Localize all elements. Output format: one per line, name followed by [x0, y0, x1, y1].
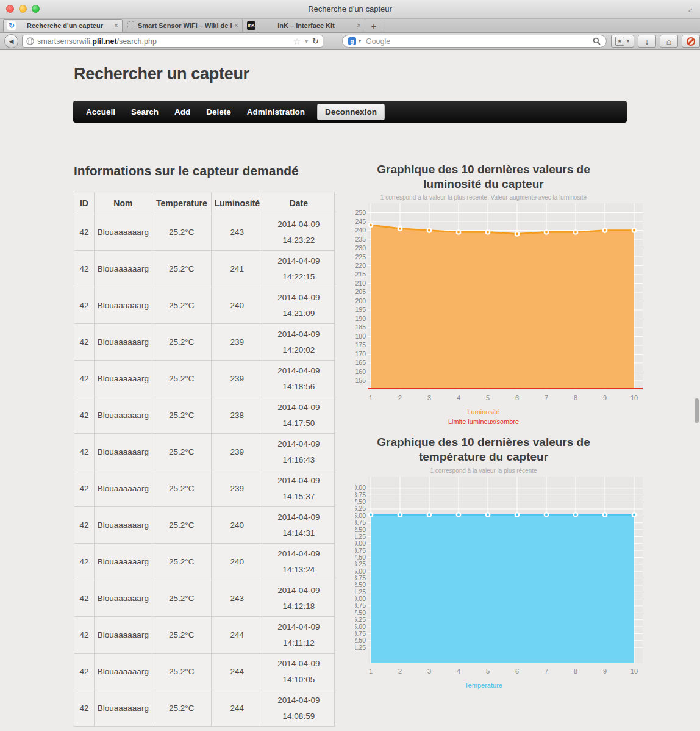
- svg-text:26.25: 26.25: [355, 505, 366, 512]
- navigation-toolbar: ◀ smartsensorwifi.plil.net/search.php ☆ …: [0, 33, 700, 50]
- svg-text:2: 2: [398, 394, 402, 402]
- svg-text:12.50: 12.50: [355, 581, 366, 588]
- bookmark-icon: ★: [615, 37, 624, 46]
- tab-wiki[interactable]: Smart Sensor WiFi – Wiki de Pro... ×: [123, 19, 243, 32]
- svg-text:23.75: 23.75: [355, 519, 366, 526]
- svg-text:250: 250: [355, 209, 366, 216]
- svg-text:170: 170: [355, 350, 366, 358]
- svg-text:165: 165: [355, 359, 366, 367]
- svg-text:8.75: 8.75: [355, 602, 366, 609]
- engine-dropdown-icon[interactable]: ▼: [357, 38, 362, 44]
- home-button[interactable]: ⌂: [660, 35, 678, 48]
- svg-text:28.75: 28.75: [355, 491, 366, 498]
- svg-text:6: 6: [515, 668, 519, 675]
- table-row: 42 Blouaaaaaarg 25.2°C 241 2014-04-0914:…: [74, 251, 335, 287]
- table-row: 42 Blouaaaaaarg 25.2°C 244 2014-04-0914:…: [74, 617, 335, 654]
- svg-text:9: 9: [603, 394, 607, 402]
- temperature-chart-subtitle: 1 correspond à la valeur la plus récente: [355, 467, 612, 474]
- svg-text:235: 235: [355, 236, 366, 243]
- nav-item-search[interactable]: Search: [123, 107, 166, 117]
- svg-text:5: 5: [486, 668, 490, 675]
- charts-section: Graphique des 10 dernières valeurs de lu…: [355, 162, 695, 690]
- svg-text:3.75: 3.75: [355, 629, 366, 636]
- svg-text:18.75: 18.75: [355, 546, 366, 553]
- bookmark-star-icon[interactable]: ☆: [293, 37, 301, 46]
- svg-text:21.25: 21.25: [355, 532, 366, 539]
- download-icon: ↓: [645, 37, 649, 46]
- url-dropdown-icon[interactable]: ▼: [304, 38, 309, 45]
- temperature-chart: 30.0028.7527.5026.2525.0023.7522.5021.25…: [355, 477, 695, 679]
- table-row: 42 Blouaaaaaarg 25.2°C 240 2014-04-0914:…: [74, 544, 335, 580]
- nav-item-add[interactable]: Add: [166, 107, 198, 117]
- svg-text:5: 5: [486, 394, 490, 402]
- luminosity-chart-title: Graphique des 10 dernières valeurs de lu…: [376, 162, 591, 192]
- nav-item-administration[interactable]: Administration: [239, 107, 313, 117]
- tab-close-icon[interactable]: ×: [234, 21, 238, 30]
- col-header-luminosite: Luminosité: [211, 192, 263, 214]
- tab-title: Recherche d'un capteur: [18, 22, 112, 29]
- svg-text:155: 155: [355, 377, 366, 384]
- main-navbar: Accueil Search Add Delete Administration…: [73, 101, 627, 123]
- google-engine-icon[interactable]: g: [348, 37, 356, 45]
- legend-luminosite: Luminosité: [355, 407, 612, 417]
- svg-text:9: 9: [603, 668, 607, 675]
- table-row: 42 Blouaaaaaarg 25.2°C 239 2014-04-0914:…: [74, 361, 335, 397]
- table-row: 42 Blouaaaaaarg 25.2°C 243 2014-04-0914:…: [74, 214, 335, 251]
- adblock-icon: [687, 37, 695, 46]
- window-title: Recherche d'un capteur: [0, 4, 700, 13]
- window-titlebar: Recherche d'un capteur ↔: [0, 0, 700, 19]
- tab-title: Smart Sensor WiFi – Wiki de Pro...: [138, 22, 232, 29]
- svg-text:6.25: 6.25: [355, 616, 366, 623]
- ink-favicon-icon: InK: [247, 21, 255, 30]
- url-path: /search.php: [117, 37, 157, 46]
- placeholder-favicon-icon: [127, 21, 135, 30]
- adblock-button[interactable]: [682, 35, 700, 48]
- tab-close-icon[interactable]: ×: [114, 21, 118, 30]
- svg-text:10: 10: [630, 394, 638, 402]
- bookmarks-menu-button[interactable]: ★ ▼: [611, 35, 634, 48]
- search-placeholder: Google: [366, 37, 390, 46]
- search-icon[interactable]: [593, 37, 601, 45]
- svg-text:1: 1: [369, 394, 373, 402]
- table-row: 42 Blouaaaaaarg 25.2°C 244 2014-04-0914:…: [74, 654, 335, 690]
- svg-text:160: 160: [355, 368, 366, 375]
- svg-text:6: 6: [515, 394, 519, 402]
- nav-item-delete[interactable]: Delete: [198, 107, 239, 117]
- new-tab-button[interactable]: +: [366, 20, 382, 32]
- luminosity-chart: 2502452402352302252202152102052001951901…: [355, 203, 695, 406]
- svg-text:10.00: 10.00: [355, 595, 366, 602]
- tab-recherche[interactable]: ↻ Recherche d'un capteur ×: [3, 19, 123, 32]
- url-text: smartsensorwifi.: [37, 37, 92, 46]
- back-button[interactable]: ◀: [4, 34, 18, 48]
- col-header-date: Date: [263, 192, 334, 214]
- svg-text:8: 8: [574, 394, 577, 402]
- legend-temperature: Temperature: [355, 680, 612, 690]
- nav-item-accueil[interactable]: Accueil: [78, 107, 123, 117]
- svg-text:215: 215: [355, 271, 366, 278]
- url-bar[interactable]: smartsensorwifi.plil.net/search.php ☆ ▼ …: [22, 35, 323, 48]
- svg-text:7: 7: [545, 668, 548, 675]
- logout-button[interactable]: Deconnexion: [317, 104, 385, 120]
- luminosity-chart-subtitle: 1 correspond à la valeur la plus récente…: [355, 194, 612, 201]
- scrollbar-thumb[interactable]: [695, 398, 699, 423]
- tab-close-icon[interactable]: ×: [357, 21, 361, 30]
- tab-ink[interactable]: InK InK – Interface Kit ×: [243, 19, 365, 32]
- legend-limite: Limite lumineux/sombre: [355, 417, 612, 427]
- search-input[interactable]: g ▼ Google: [342, 35, 607, 48]
- tab-title: InK – Interface Kit: [258, 22, 354, 29]
- section-title: Informations sur le capteur demandé: [74, 164, 335, 178]
- svg-text:175: 175: [355, 342, 366, 349]
- svg-text:4: 4: [457, 668, 460, 675]
- table-row: 42 Blouaaaaaarg 25.2°C 239 2014-04-0914:…: [74, 470, 335, 507]
- svg-text:220: 220: [355, 262, 366, 269]
- bookmark-caret-icon: ▼: [626, 39, 630, 43]
- svg-text:3: 3: [427, 394, 431, 402]
- svg-text:240: 240: [355, 226, 366, 234]
- svg-text:180: 180: [355, 333, 366, 340]
- downloads-button[interactable]: ↓: [638, 35, 656, 48]
- reload-icon[interactable]: ↻: [312, 37, 319, 46]
- table-row: 42 Blouaaaaaarg 25.2°C 238 2014-04-0914:…: [74, 397, 335, 434]
- svg-text:27.50: 27.50: [355, 498, 366, 505]
- svg-text:15.00: 15.00: [355, 567, 366, 574]
- svg-text:210: 210: [355, 279, 366, 287]
